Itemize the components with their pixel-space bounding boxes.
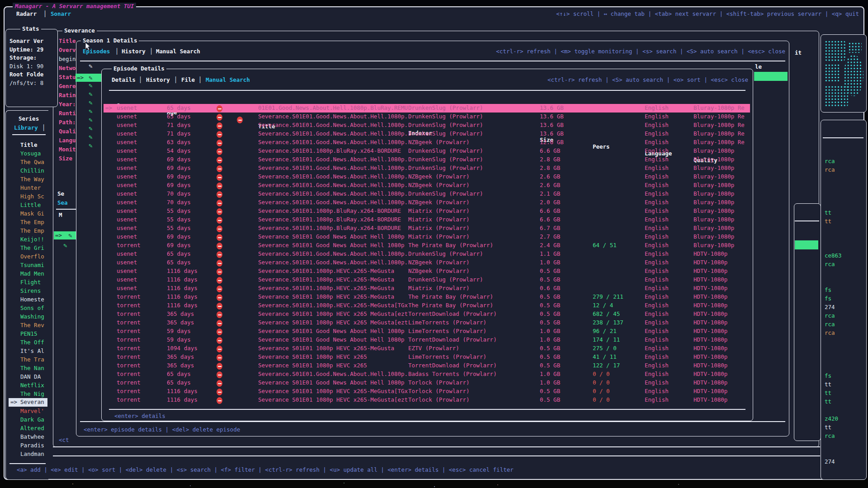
series-item[interactable]: The Tra bbox=[20, 356, 44, 363]
series-item[interactable]: Landman bbox=[20, 450, 44, 457]
tab-details[interactable]: Details bbox=[112, 76, 136, 83]
tab-sonarr[interactable]: Sonarr bbox=[51, 10, 71, 17]
cell-source: torrent bbox=[117, 328, 141, 334]
series-item[interactable]: DAN DA bbox=[20, 373, 41, 380]
series-item[interactable]: The Emp bbox=[20, 227, 44, 234]
tab-separator: │ bbox=[150, 48, 153, 55]
result-row[interactable]: usenet71 daysSeverance.S01E01.Good.News.… bbox=[104, 130, 750, 138]
series-item[interactable]: Mad Men bbox=[20, 270, 44, 277]
monitored-icon: ✎ bbox=[89, 142, 92, 149]
cell-indexer: TorrentDownload (Prowlarr) bbox=[408, 362, 497, 369]
seasons-fragment-tab[interactable]: Sea bbox=[57, 199, 68, 206]
result-row[interactable]: usenet69 daysSeverance.S01E01.Good.News.… bbox=[104, 173, 750, 181]
series-item[interactable]: The Rev bbox=[20, 322, 44, 328]
result-row[interactable]: usenet69 daysSeverance.S01E01.Good.News.… bbox=[104, 164, 750, 173]
cell-language: English bbox=[645, 276, 669, 283]
tab-radarr[interactable]: Radarr bbox=[16, 10, 37, 17]
cell-indexer: TorrentDownload (Prowlarr) bbox=[408, 336, 497, 343]
series-item[interactable]: PEN15 bbox=[20, 330, 38, 337]
series-item[interactable]: Homeste bbox=[20, 296, 44, 303]
tab-history[interactable]: History bbox=[146, 76, 170, 83]
result-row[interactable]: torrent59 daysSeverance S01E01 Good News… bbox=[104, 336, 750, 344]
series-item[interactable]: The Qwa bbox=[20, 159, 44, 165]
season-modal-keybindings: <ctrl-r> refresh | <m> toggle monitoring… bbox=[496, 48, 785, 55]
series-item[interactable]: Washing bbox=[20, 313, 44, 320]
result-row[interactable]: usenet71 daysSeverance.S01E01.Good.News.… bbox=[104, 121, 750, 130]
result-row[interactable]: usenet54 daysSeverance.S01E01.1080p.BluR… bbox=[104, 147, 750, 155]
series-item[interactable]: Little bbox=[20, 202, 41, 208]
series-item[interactable]: Netflix bbox=[20, 382, 44, 389]
result-row[interactable]: usenet1116 daysSeverance.S01E01.1080p.HE… bbox=[104, 276, 750, 284]
result-row[interactable]: torrent1094 daysSeverance S01E01 1080p H… bbox=[104, 344, 750, 353]
result-row[interactable]: torrent1116 daysSeverance S01E01 1080p H… bbox=[104, 396, 750, 404]
result-row[interactable]: usenet65 daysSeverance.S01E01.Good.News.… bbox=[104, 258, 750, 267]
series-item[interactable]: Batwhee bbox=[20, 433, 44, 440]
result-row[interactable]: usenet69 daysSeverance S01E01 Good News … bbox=[104, 233, 750, 241]
series-item[interactable]: The Nig bbox=[20, 390, 44, 397]
severance-label: Size bbox=[59, 155, 76, 162]
series-item[interactable]: The Off bbox=[20, 339, 44, 346]
result-row[interactable]: usenet1116 daysSeverance.S01E01.1080p.HE… bbox=[104, 284, 750, 293]
result-row[interactable]: usenet70 daysSeverance.S01E01.Good.News.… bbox=[104, 190, 750, 198]
result-row[interactable]: usenet55 daysSeverance.S01E01.1080p.BluR… bbox=[104, 207, 750, 216]
series-item[interactable]: Sirens bbox=[20, 287, 41, 294]
result-row[interactable]: torrent365 daysSeverance S01E01 1080p HE… bbox=[104, 319, 750, 327]
series-item[interactable]: Altered bbox=[20, 425, 44, 432]
result-row[interactable]: usenet70 daysSeverance.S01E01.Good.News.… bbox=[104, 198, 750, 207]
series-item[interactable]: Paradis bbox=[20, 442, 44, 449]
series-item[interactable]: Sons of bbox=[20, 305, 44, 311]
tab-library[interactable]: Library bbox=[14, 124, 38, 131]
cell-title: Severance.S01E01.Good.News.About.Hell.10… bbox=[258, 182, 408, 188]
series-item[interactable]: The Emp bbox=[20, 219, 44, 225]
cell-indexer: Torlock (Prowlarr) bbox=[408, 379, 469, 386]
series-item[interactable]: The Gri bbox=[20, 244, 44, 251]
result-row[interactable]: torrent365 daysSeverance S01E01 1080p HE… bbox=[104, 353, 750, 361]
tab-manual-search[interactable]: Manual Search bbox=[206, 76, 250, 83]
result-row[interactable]: usenet1116 daysSeverance.S01E01.1080p.HE… bbox=[104, 267, 750, 276]
tab-file[interactable]: File bbox=[181, 76, 195, 83]
series-item[interactable]: High Sc bbox=[20, 193, 44, 200]
result-row[interactable]: torrent1116 daysSeverance S01E01 1080p H… bbox=[104, 293, 750, 301]
reject-icon bbox=[217, 140, 222, 146]
cell-quality: HDTV-1080p bbox=[693, 276, 727, 283]
series-item[interactable]: Flight bbox=[20, 279, 41, 286]
selected-episode-row[interactable]: => ✎ bbox=[75, 74, 103, 82]
cell-age: 69 days bbox=[167, 242, 191, 249]
cell-peers: 174 / 11 bbox=[593, 336, 620, 343]
result-row[interactable]: torrent65 daysSeverance.S01E01.Good.News… bbox=[104, 370, 750, 379]
series-item[interactable]: Keijo!! bbox=[20, 236, 44, 243]
tab-season-history[interactable]: History bbox=[122, 48, 146, 55]
result-row[interactable]: usenet69 daysSeverance.S01E01.Good.News.… bbox=[104, 181, 750, 190]
result-row[interactable]: usenet55 daysSeverance.S01E01.1080p.BluR… bbox=[104, 224, 750, 233]
result-row[interactable]: torrent1116 daysSeverance S01E01 1080p H… bbox=[104, 387, 750, 396]
series-item[interactable]: Marvel' bbox=[20, 408, 44, 414]
result-row[interactable]: usenet63 daysSeverance.S01E01.Good.News.… bbox=[104, 138, 750, 147]
series-item[interactable]: Tsunami bbox=[20, 262, 44, 268]
tab-season-manual-search[interactable]: Manual Search bbox=[156, 48, 200, 55]
library-clipped-cell: rca bbox=[825, 321, 835, 328]
result-row[interactable]: usenet55 daysSeverance.S01E01.1080p.BluR… bbox=[104, 216, 750, 224]
cell-source: usenet bbox=[117, 164, 137, 171]
result-row[interactable]: torrent65 daysSeverance S01E01 Good News… bbox=[104, 379, 750, 387]
series-item[interactable]: Mask Gi bbox=[20, 210, 44, 217]
result-row[interactable]: torrent365 daysSeverance S01E01 1080p HE… bbox=[104, 361, 750, 370]
result-row[interactable]: torrent1116 daysSeverance.S01E01.1080p.H… bbox=[104, 301, 750, 310]
series-item[interactable]: The Way bbox=[20, 176, 44, 183]
result-row[interactable]: usenet69 daysSeverance.S01E01.Good.News.… bbox=[104, 155, 750, 164]
series-item[interactable]: Overflo bbox=[20, 253, 44, 260]
result-row[interactable]: torrent365 daysSeverance S01E01 1080p HE… bbox=[104, 310, 750, 319]
series-item[interactable]: It's Al bbox=[20, 347, 44, 354]
result-row-selected[interactable]: =>usenet65 days01E01.Good.News.About.Hel… bbox=[104, 104, 750, 113]
series-item[interactable]: Dark Ga bbox=[20, 416, 44, 423]
result-row[interactable]: torrent59 daysSeverance S01E01 Good News… bbox=[104, 327, 750, 336]
result-row[interactable]: usenet65 daysSeverance.S01E01.Good.News.… bbox=[104, 250, 750, 258]
series-item[interactable]: Chillin bbox=[20, 167, 44, 174]
series-item[interactable]: The Nan bbox=[20, 365, 44, 371]
result-row[interactable]: usenet65 daysSeverance.S01E01.Good.News.… bbox=[104, 113, 750, 121]
seasons-selected-row[interactable]: => ✎ bbox=[54, 231, 76, 239]
series-item[interactable]: Yosuga bbox=[20, 150, 41, 157]
reject-icon bbox=[217, 320, 222, 327]
series-item-selected[interactable]: =>Severan bbox=[9, 398, 47, 407]
series-item[interactable]: Hunter bbox=[20, 184, 41, 191]
result-row[interactable]: torrent69 daysSeverance S01E01 Good News… bbox=[104, 241, 750, 250]
